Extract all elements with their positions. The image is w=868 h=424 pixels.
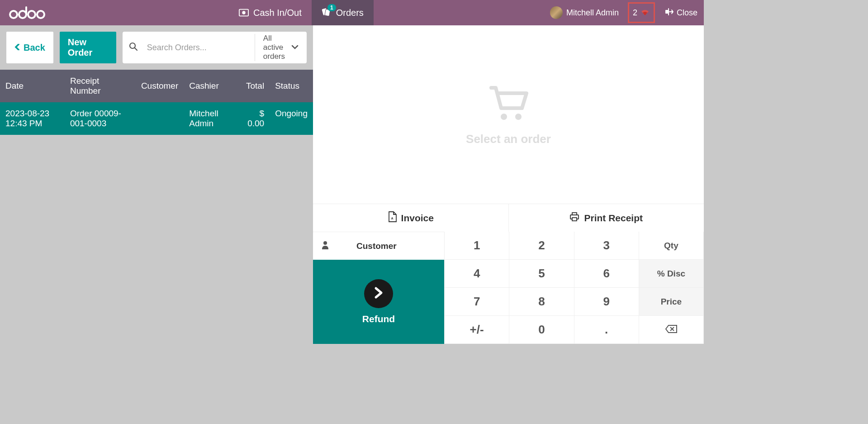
col-receipt: Receipt Number xyxy=(65,70,136,102)
cell-status: Ongoing xyxy=(270,102,313,135)
filter-dropdown[interactable]: All active orders xyxy=(255,34,307,61)
action-row: A Invoice Print Receipt xyxy=(313,204,704,232)
cash-icon xyxy=(239,8,249,18)
cash-in-out-button[interactable]: Cash In/Out xyxy=(229,0,312,25)
col-total: Total xyxy=(237,70,270,102)
orders-button[interactable]: 1 Orders xyxy=(312,0,374,25)
logo xyxy=(0,6,58,19)
new-order-label: New Order xyxy=(68,37,92,57)
close-icon xyxy=(665,7,674,19)
sync-count: 2 xyxy=(633,8,637,18)
chevron-down-icon xyxy=(291,43,299,52)
close-button[interactable]: Close xyxy=(659,7,704,19)
svg-point-10 xyxy=(515,114,522,120)
table-row[interactable]: 2023-08-23 12:43 PM Order 00009-001-0003… xyxy=(0,102,313,135)
key-price[interactable]: Price xyxy=(639,288,704,316)
cell-date: 2023-08-23 12:43 PM xyxy=(0,102,65,135)
refund-label: Refund xyxy=(362,314,395,324)
key-dot[interactable]: . xyxy=(574,316,639,344)
customer-button[interactable]: Customer xyxy=(313,232,444,260)
col-customer: Customer xyxy=(136,70,184,102)
pad-area: Customer Refund 1 2 3 Qty 4 xyxy=(313,232,704,344)
key-backspace[interactable] xyxy=(639,316,704,344)
col-cashier: Cashier xyxy=(184,70,237,102)
svg-rect-14 xyxy=(572,218,577,221)
user-icon xyxy=(321,240,329,252)
orders-pane: Back New Order All active orders xyxy=(0,25,313,344)
cell-customer xyxy=(136,102,184,135)
svg-line-8 xyxy=(135,48,137,50)
printer-icon xyxy=(569,212,579,224)
svg-text:A: A xyxy=(391,217,393,220)
new-order-button[interactable]: New Order xyxy=(60,32,116,63)
svg-point-9 xyxy=(501,114,507,120)
print-receipt-button[interactable]: Print Receipt xyxy=(509,204,704,232)
search-input[interactable] xyxy=(144,37,255,59)
pdf-icon: A xyxy=(388,211,397,224)
cell-receipt: Order 00009-001-0003 xyxy=(65,102,136,135)
col-status: Status xyxy=(270,70,313,102)
user-name: Mitchell Admin xyxy=(566,8,619,18)
chevron-left-icon xyxy=(14,43,22,53)
print-label: Print Receipt xyxy=(584,213,643,224)
wifi-icon xyxy=(640,8,650,18)
key-3[interactable]: 3 xyxy=(574,232,639,260)
key-4[interactable]: 4 xyxy=(445,260,509,288)
col-date: Date xyxy=(0,70,65,102)
orders-table: Date Receipt Number Customer Cashier Tot… xyxy=(0,70,313,135)
search-wrap: All active orders xyxy=(123,32,307,63)
key-2[interactable]: 2 xyxy=(509,232,574,260)
svg-point-4 xyxy=(242,11,245,14)
orders-icon: 1 xyxy=(322,8,332,18)
key-8[interactable]: 8 xyxy=(509,288,574,316)
invoice-label: Invoice xyxy=(401,213,434,224)
empty-text: Select an order xyxy=(466,132,551,146)
svg-point-2 xyxy=(37,11,44,18)
svg-point-7 xyxy=(130,43,135,48)
main: Back New Order All active orders xyxy=(0,25,704,344)
key-5[interactable]: 5 xyxy=(509,260,574,288)
key-qty[interactable]: Qty xyxy=(639,232,704,260)
cell-cashier: Mitchell Admin xyxy=(184,102,237,135)
empty-state: Select an order xyxy=(313,25,704,204)
back-label: Back xyxy=(24,43,45,53)
numpad: 1 2 3 Qty 4 5 6 % Disc 7 8 9 Price +/- 0… xyxy=(444,232,704,344)
key-0[interactable]: 0 xyxy=(509,316,574,344)
key-disc[interactable]: % Disc xyxy=(639,260,704,288)
orders-label: Orders xyxy=(336,8,364,18)
filter-label: All active orders xyxy=(263,34,285,61)
user-section[interactable]: Mitchell Admin xyxy=(545,6,624,19)
key-9[interactable]: 9 xyxy=(574,288,639,316)
header: Cash In/Out 1 Orders Mitchell Admin 2 Cl… xyxy=(0,0,704,25)
refund-circle xyxy=(364,279,393,308)
details-pane: Select an order A Invoice Print Receipt xyxy=(313,25,704,344)
invoice-button[interactable]: A Invoice xyxy=(313,204,509,232)
search-icon xyxy=(123,42,144,53)
backspace-icon xyxy=(665,323,678,337)
close-label: Close xyxy=(677,8,697,18)
svg-rect-13 xyxy=(572,213,577,215)
back-button[interactable]: Back xyxy=(6,32,53,63)
svg-point-0 xyxy=(10,11,17,18)
cash-label: Cash In/Out xyxy=(253,8,302,18)
avatar xyxy=(550,6,563,19)
orders-toolbar: Back New Order All active orders xyxy=(0,25,313,70)
table-header-row: Date Receipt Number Customer Cashier Tot… xyxy=(0,70,313,102)
cell-total: $ 0.00 xyxy=(237,102,270,135)
chevron-right-icon xyxy=(373,286,384,301)
cart-icon xyxy=(486,83,531,126)
sync-status[interactable]: 2 xyxy=(628,2,655,23)
svg-point-1 xyxy=(28,11,35,18)
orders-badge: 1 xyxy=(327,4,336,11)
key-plusminus[interactable]: +/- xyxy=(445,316,509,344)
key-7[interactable]: 7 xyxy=(445,288,509,316)
customer-label: Customer xyxy=(356,241,397,251)
key-6[interactable]: 6 xyxy=(574,260,639,288)
key-1[interactable]: 1 xyxy=(445,232,509,260)
refund-button[interactable]: Refund xyxy=(313,260,444,344)
customer-col: Customer Refund xyxy=(313,232,444,344)
svg-point-15 xyxy=(323,241,327,245)
